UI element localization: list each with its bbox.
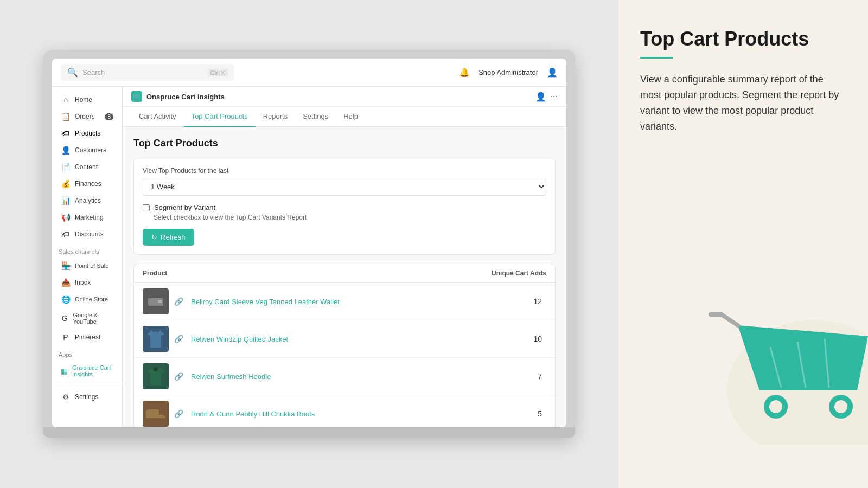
table-header: Product Unique Cart Adds [134,264,555,283]
search-shortcut: Ctrl K [208,69,228,76]
sidebar-item-pinterest[interactable]: P Pinterest [54,329,120,345]
settings-icon: ⚙ [61,393,71,401]
sidebar-label-pinterest: Pinterest [75,333,100,341]
refresh-label: Refresh [161,233,186,241]
refresh-button[interactable]: ↻ Refresh [143,229,194,246]
sidebar-item-orders[interactable]: 📋 Orders 8 [54,108,120,125]
col-product: Product [143,269,167,277]
product-thumb-1 [143,288,169,314]
sidebar-label-content: Content [75,163,98,171]
tab-help[interactable]: Help [336,107,366,127]
sidebar-item-marketing[interactable]: 📢 Marketing [54,209,120,226]
apps-title: Apps [52,346,122,360]
discounts-icon: 🏷 [61,230,71,239]
sales-channels-title: Sales channels [52,243,122,257]
tab-settings[interactable]: Settings [295,107,336,127]
sidebar-label-pos: Point of Sale [75,262,108,269]
sidebar-label-marketing: Marketing [75,214,104,221]
sidebar-item-discounts[interactable]: 🏷 Discounts [54,226,120,242]
link-icon-2: 🔗 [174,335,183,343]
top-bar-right: 🔔 Shop Administrator 👤 [459,67,558,78]
sidebar-label-inbox: Inbox [75,279,91,286]
sidebar-item-google[interactable]: G Google & YouTube [54,308,120,329]
sidebar-label-online-store: Online Store [75,296,108,303]
col-count: Unique Cart Adds [492,269,546,277]
main-content: 🛒 Onspruce Cart Insights 👤 ··· Cart Acti… [123,87,566,427]
segment-checkbox-row: Segment by Variant [143,203,546,211]
sidebar: ⌂ Home 📋 Orders 8 🏷 Products 👤 Cust [52,87,123,427]
product-thumb-2 [143,326,169,352]
top-bar: 🔍 Search Ctrl K 🔔 Shop Administrator 👤 [52,59,566,87]
sidebar-item-settings[interactable]: ⚙ Settings [54,389,120,405]
svg-point-12 [834,400,847,413]
plugin-title-bar: 🛒 Onspruce Cart Insights [131,91,225,102]
plugin-icon: 🛒 [131,91,142,102]
segment-checkbox[interactable] [143,204,150,211]
page-body: Top Cart Products View Top Products for … [123,127,566,427]
home-icon: ⌂ [61,95,71,104]
filter-label: View Top Products for the last [143,167,546,175]
product-count-4: 5 [538,409,546,418]
sidebar-label-customers: Customers [75,146,106,154]
person-icon[interactable]: 👤 [547,67,558,78]
sidebar-label-products: Products [75,130,100,137]
product-name-1[interactable]: Bellroy Card Sleeve Veg Tanned Leather W… [191,298,340,306]
right-panel-description: View a configurable summary report of th… [640,72,846,134]
products-table: Product Unique Cart Adds 🔗 Bellroy Card … [133,264,556,427]
tab-top-cart-products[interactable]: Top Cart Products [184,107,256,127]
customers-icon: 👤 [61,146,71,155]
plugin-header: 🛒 Onspruce Cart Insights 👤 ··· [123,87,566,107]
right-panel: Top Cart Products View a configurable su… [618,0,868,488]
tab-cart-activity[interactable]: Cart Activity [131,107,184,127]
sidebar-label-settings: Settings [75,393,98,401]
orders-icon: 📋 [61,112,71,121]
sidebar-item-content[interactable]: 📄 Content [54,159,120,175]
plugin-actions: 👤 ··· [535,92,558,102]
google-icon: G [61,314,69,323]
sidebar-item-pos[interactable]: 🏪 Point of Sale [54,258,120,274]
right-panel-underline [640,57,673,59]
finances-icon: 💰 [61,179,71,188]
link-icon-4: 🔗 [174,409,183,418]
pinterest-icon: P [61,333,71,342]
link-icon-3: 🔗 [174,372,183,381]
sidebar-item-analytics[interactable]: 📊 Analytics [54,192,120,209]
sidebar-label-home: Home [75,96,92,104]
product-name-4[interactable]: Rodd & Gunn Pebbly Hill Chukka Boots [191,410,315,418]
sidebar-label-discounts: Discounts [75,230,104,238]
search-box[interactable]: 🔍 Search Ctrl K [61,64,234,81]
marketing-icon: 📢 [61,213,71,222]
product-name-2[interactable]: Relwen Windzip Quilted Jacket [191,335,288,343]
sidebar-item-online-store[interactable]: 🌐 Online Store [54,291,120,307]
page-title: Top Cart Products [133,138,556,149]
search-icon: 🔍 [67,67,78,78]
right-panel-title: Top Cart Products [640,27,846,50]
segment-label: Segment by Variant [154,203,215,211]
sidebar-item-products[interactable]: 🏷 Products [54,125,120,142]
sidebar-item-customers[interactable]: 👤 Customers [54,142,120,158]
product-thumb-4 [143,401,169,427]
inbox-icon: 📥 [61,278,71,287]
sidebar-item-home[interactable]: ⌂ Home [54,92,120,108]
filter-select[interactable]: 1 Day 1 Week 1 Month 3 Months 6 Months 1… [143,178,546,196]
cart-illustration [705,293,868,445]
sidebar-label-orders: Orders [75,113,95,120]
user-icon[interactable]: 👤 [535,92,546,102]
plugin-name: Onspruce Cart Insights [146,93,225,101]
sidebar-item-inbox[interactable]: 📥 Inbox [54,274,120,291]
sidebar-label-finances: Finances [75,180,101,188]
sidebar-label-analytics: Analytics [75,197,101,204]
product-count-1: 12 [533,297,546,306]
svg-rect-1 [158,300,162,303]
pos-icon: 🏪 [61,261,71,270]
product-count-3: 7 [538,372,546,381]
sidebar-item-finances[interactable]: 💰 Finances [54,176,120,192]
sidebar-item-onspruce[interactable]: ▦ Onspruce Cart Insights [54,361,120,381]
tab-reports[interactable]: Reports [256,107,296,127]
link-icon-1: 🔗 [174,297,183,306]
table-row: 🔗 Relwen Surfmesh Hoodie 7 [134,358,555,395]
sidebar-label-google: Google & YouTube [73,312,113,325]
product-name-3[interactable]: Relwen Surfmesh Hoodie [191,373,271,381]
more-icon[interactable]: ··· [551,92,558,101]
bell-icon[interactable]: 🔔 [459,67,470,78]
